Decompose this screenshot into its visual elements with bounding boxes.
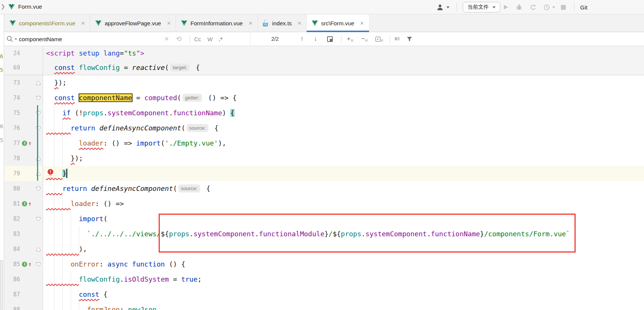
- vue-file-icon: [312, 20, 318, 26]
- remove-selection-button[interactable]: −II: [361, 32, 368, 46]
- code-text[interactable]: return defineAsyncComponent(source: {: [43, 181, 210, 196]
- fold-marker-icon[interactable]: [34, 151, 43, 166]
- previous-occurrence-button[interactable]: ↑: [300, 32, 304, 46]
- fold-marker-icon[interactable]: [34, 121, 43, 136]
- run-with-coverage-button[interactable]: [530, 0, 537, 14]
- tab-close-icon[interactable]: ✕: [167, 20, 171, 26]
- tab-label: FormInformation.vue: [190, 20, 242, 26]
- inlay-hint[interactable]: getter:: [182, 94, 202, 102]
- code-line-24[interactable]: 24<script setup lang="ts">: [0, 46, 644, 60]
- run-button[interactable]: [503, 0, 509, 14]
- clipped-scrollbar: [0, 260, 3, 310]
- search-in-selection-button[interactable]: ≡I: [394, 32, 400, 46]
- select-all-occurrences-button[interactable]: ✓II: [375, 32, 383, 46]
- code-text[interactable]: });: [43, 151, 83, 166]
- code-line-77[interactable]: 77I↑ loader: () => import('./Empty.vue')…: [0, 136, 644, 151]
- fold-marker-icon[interactable]: [34, 90, 43, 105]
- fold-marker-icon[interactable]: [34, 211, 43, 226]
- token: }: [71, 154, 75, 162]
- token: const: [54, 94, 75, 102]
- git-menu[interactable]: Git: [580, 0, 587, 14]
- filter-search-results-button[interactable]: [406, 32, 412, 46]
- code-text[interactable]: formJson: newJson,: [43, 302, 161, 310]
- remove-occurrence-icon: −: [361, 36, 365, 42]
- implementation-marker-icon[interactable]: I: [22, 262, 27, 267]
- code-text[interactable]: }: [43, 166, 67, 181]
- whole-words-toggle[interactable]: W: [207, 32, 213, 46]
- code-line-86[interactable]: 86 flowConfig.isOldSystem = true;: [0, 272, 644, 287]
- code-text[interactable]: flowConfig.isOldSystem = true;: [43, 272, 202, 287]
- open-in-find-window-button[interactable]: [327, 32, 333, 46]
- code-text[interactable]: loader: () => import('./Empty.vue'),: [43, 136, 226, 151]
- token: loader: [71, 200, 95, 208]
- code-text[interactable]: <script setup lang="ts">: [43, 46, 144, 60]
- tab-FormInformation.vue[interactable]: FormInformation.vue✕: [176, 14, 258, 32]
- tab-index.ts[interactable]: TSindex.ts✕: [258, 14, 307, 32]
- fold-marker-icon[interactable]: [34, 75, 43, 90]
- fold-marker-icon[interactable]: [34, 105, 43, 121]
- search-input[interactable]: componentName: [19, 32, 62, 46]
- vcs-change-marker[interactable]: [37, 105, 38, 181]
- run-configuration-combo[interactable]: 当前文件: [463, 0, 500, 14]
- code-text[interactable]: const flowConfig = reactive(target: {: [43, 60, 200, 75]
- token: [46, 154, 71, 162]
- tab-close-icon[interactable]: ✕: [360, 20, 364, 26]
- token: .: [103, 109, 108, 117]
- code-text[interactable]: return defineAsyncComponent(source: {: [43, 121, 218, 136]
- code-line-69[interactable]: 69 const flowConfig = reactive(target: {: [0, 60, 644, 75]
- code-text[interactable]: import(: [43, 211, 108, 226]
- code-text[interactable]: });: [43, 75, 66, 90]
- token: functionName: [173, 109, 222, 117]
- editor[interactable]: 24<script setup lang="ts">69 const flowC…: [0, 46, 644, 310]
- code-text[interactable]: if (!props.systemComponent.functionName)…: [43, 105, 235, 121]
- search-options-button[interactable]: [6, 32, 17, 46]
- stop-button[interactable]: [561, 0, 566, 14]
- code-line-74[interactable]: 74 const componentName = computed(getter…: [0, 90, 644, 105]
- code-line-85[interactable]: 85I↑ onError: async function () {: [0, 257, 644, 272]
- regex-toggle[interactable]: .*: [219, 32, 222, 46]
- next-occurrence-button[interactable]: ↓: [314, 32, 317, 46]
- inlay-hint[interactable]: source:: [178, 184, 200, 192]
- debug-button[interactable]: [516, 0, 523, 14]
- tab-close-icon[interactable]: ✕: [297, 20, 301, 26]
- tab-components-Form.vue[interactable]: components\Form.vue✕: [5, 14, 90, 32]
- inlay-hint[interactable]: source:: [187, 124, 208, 132]
- code-line-81[interactable]: 81I↑ loader: () =>: [0, 196, 644, 211]
- token: );: [59, 79, 67, 87]
- code-text[interactable]: const componentName = computed(getter: (…: [43, 90, 237, 105]
- tab-approveFlowPage.vue[interactable]: approveFlowPage.vue✕: [90, 14, 176, 32]
- token: (: [181, 124, 185, 132]
- code-line-88[interactable]: 88 formJson: newJson,: [0, 302, 644, 310]
- match-case-toggle[interactable]: Cc: [194, 32, 201, 46]
- code-line-73[interactable]: 73 });: [0, 75, 644, 90]
- fold-marker-icon[interactable]: [34, 257, 43, 272]
- code-line-79[interactable]: 79 }!: [0, 166, 644, 181]
- token: ),: [79, 245, 87, 253]
- code-text[interactable]: ),: [43, 242, 87, 257]
- token: './Empty.vue': [165, 139, 218, 147]
- profiler-button[interactable]: [544, 0, 555, 14]
- tab-src-Form.vue[interactable]: src\Form.vue✕: [307, 14, 369, 32]
- search-history-icon[interactable]: ⟲: [176, 32, 182, 46]
- code-text[interactable]: const {: [43, 287, 108, 302]
- tab-close-icon[interactable]: ✕: [249, 20, 253, 26]
- clear-search-icon[interactable]: ✕: [164, 32, 169, 46]
- implementation-marker-icon[interactable]: I: [22, 201, 27, 206]
- user-icon: [437, 4, 445, 11]
- fold-marker-icon[interactable]: [34, 181, 43, 196]
- code-line-87[interactable]: 87 const {: [0, 287, 644, 302]
- fold-marker-icon[interactable]: [34, 242, 43, 257]
- chevron-down-icon: [15, 38, 17, 40]
- code-line-80[interactable]: 80 return defineAsyncComponent(source: {: [0, 181, 644, 196]
- user-account-button[interactable]: [437, 0, 449, 14]
- inlay-hint[interactable]: target:: [170, 64, 190, 71]
- fold-marker-icon[interactable]: [34, 166, 43, 181]
- code-line-78[interactable]: 78 });: [0, 151, 644, 166]
- code-text[interactable]: onError: async function () {: [43, 257, 185, 272]
- code-line-76[interactable]: 76 return defineAsyncComponent(source: {: [0, 121, 644, 136]
- add-selection-button[interactable]: +II: [347, 32, 354, 46]
- code-text[interactable]: loader: () =>: [43, 196, 124, 211]
- tab-close-icon[interactable]: ✕: [81, 20, 85, 26]
- code-line-75[interactable]: 75 if (!props.systemComponent.functionNa…: [0, 105, 644, 121]
- implementation-marker-icon[interactable]: I: [22, 141, 27, 146]
